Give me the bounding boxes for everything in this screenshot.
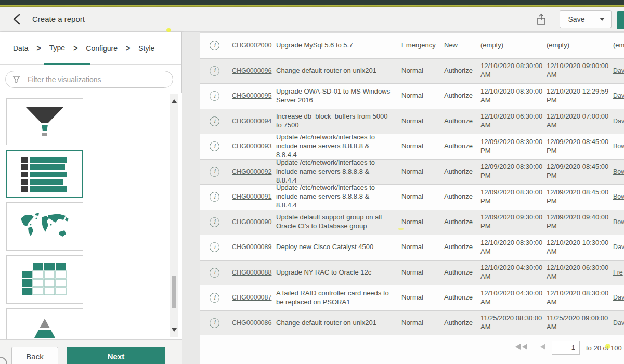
end-date-cell: 12/09/2020 09:40:00PM xyxy=(543,213,609,231)
info-icon[interactable]: i xyxy=(210,293,219,303)
state-cell: Authorize xyxy=(439,192,477,201)
assigned-to-link[interactable]: Dav xyxy=(613,92,624,99)
table-row: iCHG0000090Update default support group … xyxy=(200,210,624,236)
run-button-partial[interactable] xyxy=(617,11,624,29)
info-icon[interactable]: i xyxy=(210,217,219,227)
start-date-cell: 11/25/2020 08:30:00AM xyxy=(477,314,543,332)
assigned-to-link[interactable]: Fre xyxy=(613,269,623,276)
viz-option-pyramid[interactable] xyxy=(6,308,83,339)
viz-option-funnel[interactable] xyxy=(6,98,83,145)
assigned-to-cell: Bow xyxy=(609,167,624,176)
info-icon[interactable]: i xyxy=(210,167,219,177)
step-configure[interactable]: Configure xyxy=(86,44,118,53)
table-row: iCHG0000089Deploy new Cisco Catalyst 450… xyxy=(200,235,624,261)
viz-option-heatmap[interactable] xyxy=(6,255,83,304)
info-icon[interactable]: i xyxy=(210,91,219,101)
info-cell: i xyxy=(200,91,229,101)
priority-cell: Normal xyxy=(396,319,439,328)
info-icon[interactable]: i xyxy=(210,318,219,328)
start-date-cell: 12/10/2020 08:30:00AM xyxy=(477,62,543,80)
change-number-link[interactable]: CHG0002000 xyxy=(232,42,271,49)
assigned-to-link[interactable]: Bow xyxy=(613,218,624,226)
change-number-link[interactable]: CHG0000092 xyxy=(232,168,271,175)
viz-option-list[interactable] xyxy=(6,150,83,198)
assigned-to-link[interactable]: Dav xyxy=(613,294,624,301)
table-row: iCHG0000096Change default router on unix… xyxy=(200,59,624,84)
priority-cell: Normal xyxy=(396,268,439,277)
first-page-icon[interactable] xyxy=(515,343,529,353)
assigned-to-link[interactable]: Bow xyxy=(613,142,624,150)
change-number-link[interactable]: CHG0000090 xyxy=(232,218,271,226)
world-map-icon xyxy=(18,211,72,242)
save-button[interactable]: Save xyxy=(560,10,593,28)
scroll-down-icon[interactable] xyxy=(172,328,177,332)
end-date-cell: 12/09/2020 08:45:00PM xyxy=(543,163,609,180)
assigned-to-link[interactable]: Bow xyxy=(613,168,624,175)
state-cell: Authorize xyxy=(439,92,477,100)
short-description-cell: Update /etc/network/interfaces to includ… xyxy=(273,184,396,210)
assigned-to-link[interactable]: Dav xyxy=(613,67,624,74)
state-cell: Authorize xyxy=(439,142,477,151)
info-icon[interactable]: i xyxy=(210,66,219,76)
number-cell: CHG0000087 xyxy=(229,293,273,302)
info-icon[interactable]: i xyxy=(210,141,219,151)
filter-visualizations-input[interactable] xyxy=(5,71,173,88)
assigned-to-cell: Dav xyxy=(609,117,624,126)
end-date-cell: 12/10/2020 12:29:59PM xyxy=(543,87,609,105)
change-number-link[interactable]: CHG0000096 xyxy=(232,67,271,74)
assigned-to-link[interactable]: Dav xyxy=(613,319,624,327)
info-icon[interactable]: i xyxy=(210,41,219,50)
table-row: iCHG0000087A failed RAID controller card… xyxy=(200,285,624,311)
assigned-to-cell: Bow xyxy=(609,142,624,151)
change-number-link[interactable]: CHG0000093 xyxy=(232,142,271,150)
assigned-to-link[interactable]: Bow xyxy=(613,193,624,200)
info-icon[interactable]: i xyxy=(210,242,219,252)
caret-down-icon xyxy=(600,18,605,21)
end-date-cell: 12/10/2020 08:30:00AM xyxy=(543,289,609,307)
short-description-cell: Update /etc/network/interfaces to includ… xyxy=(273,133,396,160)
start-date-cell: 12/09/2020 08:30:00PM xyxy=(477,163,543,180)
info-icon[interactable]: i xyxy=(210,116,219,126)
table-row: iCHG0000093Update /etc/network/interface… xyxy=(200,134,624,160)
priority-cell: Normal xyxy=(396,142,439,151)
change-number-link[interactable]: CHG0000086 xyxy=(232,319,271,327)
step-data[interactable]: Data xyxy=(13,44,29,53)
change-number-link[interactable]: CHG0000094 xyxy=(232,118,271,125)
info-cell: i xyxy=(200,268,229,278)
number-cell: CHG0000093 xyxy=(229,142,273,151)
scrollbar-thumb[interactable] xyxy=(172,276,176,308)
assigned-to-link[interactable]: Dav xyxy=(613,243,624,251)
page-number-input[interactable] xyxy=(552,341,580,355)
state-cell: Authorize xyxy=(439,243,477,252)
priority-cell: Normal xyxy=(396,117,439,126)
change-number-link[interactable]: CHG0000095 xyxy=(232,92,271,99)
short-description-cell: Update default support group on all Orac… xyxy=(273,213,396,231)
chevron-right-icon: > xyxy=(37,43,41,54)
step-type[interactable]: Type xyxy=(49,44,65,53)
start-date-cell: 12/10/2020 04:30:00AM xyxy=(477,264,543,281)
info-cell: i xyxy=(200,41,229,50)
short-description-cell: Increase db_block_buffers from 5000 to 7… xyxy=(273,112,396,130)
info-icon[interactable]: i xyxy=(210,268,219,278)
step-style[interactable]: Style xyxy=(138,44,154,53)
back-button[interactable]: Back xyxy=(11,347,58,364)
assigned-to-cell: Dav xyxy=(609,243,624,252)
change-number-link[interactable]: CHG0000089 xyxy=(232,243,271,251)
assigned-to-cell: Dav xyxy=(609,67,624,75)
share-icon[interactable] xyxy=(535,12,548,26)
next-button[interactable]: Next xyxy=(67,347,165,364)
change-number-link[interactable]: CHG0000087 xyxy=(232,294,271,301)
scroll-up-icon[interactable] xyxy=(172,99,177,103)
prev-page-icon[interactable] xyxy=(539,343,547,353)
change-number-link[interactable]: CHG0000088 xyxy=(232,269,271,276)
assigned-to-link[interactable]: Dav xyxy=(613,118,624,125)
table-row: iCHG0000092Update /etc/network/interface… xyxy=(200,160,624,185)
change-number-link[interactable]: CHG0000091 xyxy=(232,193,271,200)
viz-option-map[interactable] xyxy=(6,202,83,251)
info-icon[interactable]: i xyxy=(210,192,219,202)
info-cell: i xyxy=(200,66,229,76)
viz-scrollbar[interactable] xyxy=(170,94,178,337)
save-dropdown-button[interactable] xyxy=(593,10,612,28)
back-chevron-icon[interactable] xyxy=(11,13,24,25)
top-dark-strip xyxy=(0,0,624,5)
